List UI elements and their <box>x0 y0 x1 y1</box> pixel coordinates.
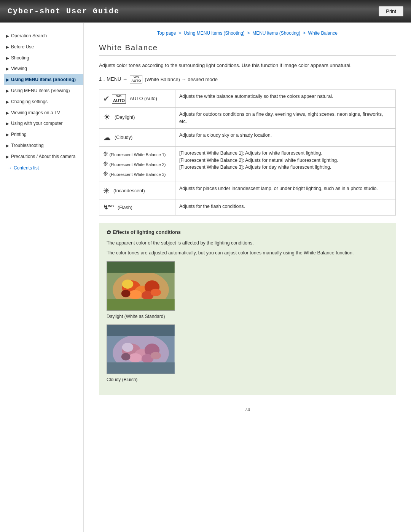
wb-cell-desc-0: Adjusts the white balance automatically … <box>175 90 396 108</box>
sidebar-item-8[interactable]: ▶Using with your computer <box>4 118 83 129</box>
wb-check-icon: ✔ <box>103 93 110 104</box>
wb-row-label-5: (Flash) <box>118 204 132 211</box>
note-box: ✿ Effects of lighting conditions The app… <box>99 223 396 395</box>
sidebar: ▶Operation Search▶Before Use▶Shooting▶Vi… <box>0 23 84 532</box>
wb-flash-icon: ↯WB <box>103 203 114 212</box>
wb-icon-cell-4: ✳ (Incandescent) <box>103 185 171 197</box>
table-row-3: ❊ (Fluorescent White Balance 1) ❊ (Fluor… <box>99 146 396 182</box>
sidebar-item-4[interactable]: ▶Using MENU items (Shooting) <box>4 74 83 85</box>
wb-fluor-icons: ❊ (Fluorescent White Balance 1) ❊ (Fluor… <box>103 150 166 179</box>
contents-list-label: Contents list <box>14 165 39 171</box>
fluor-icon-2: ❊ <box>103 161 108 167</box>
note-icon: ✿ <box>107 229 111 235</box>
breadcrumb-step1[interactable]: Using MENU items (Shooting) <box>184 30 245 36</box>
breadcrumb-step2[interactable]: MENU items (Shooting) <box>252 30 300 36</box>
sidebar-label-9: Printing <box>11 131 27 138</box>
svg-point-21 <box>151 352 161 359</box>
page-number: 74 <box>99 407 396 412</box>
wb-icon-cell-0: ✔ WBAUTO AUTO (Auto) <box>103 93 171 104</box>
wb-icon-cell-2: ☁ (Cloudy) <box>103 132 171 143</box>
sidebar-arrow-11: ▶ <box>6 154 9 160</box>
sidebar-item-1[interactable]: ▶Before Use <box>4 42 83 53</box>
wb-icon-cell-1: ☀ (Daylight) <box>103 111 171 123</box>
sidebar-arrow-0: ▶ <box>6 34 9 39</box>
svg-rect-11 <box>107 299 174 310</box>
fluor-icon-1: ❊ <box>103 151 108 157</box>
svg-point-19 <box>121 353 131 361</box>
wb-cell-icon-1: ☀ (Daylight) <box>99 108 175 129</box>
breadcrumb-top[interactable]: Top page <box>157 30 176 36</box>
sidebar-item-9[interactable]: ▶Printing <box>4 129 83 140</box>
wb-row-label-4: (Incandescent) <box>113 187 145 195</box>
sidebar-arrow-9: ▶ <box>6 132 9 137</box>
sidebar-item-2[interactable]: ▶Shooting <box>4 53 83 64</box>
step-text: 1．MENU → <box>99 76 127 83</box>
svg-rect-22 <box>107 325 174 336</box>
sidebar-label-6: Changing settings <box>11 99 48 105</box>
wb-auto-label: WBAUTO <box>112 94 126 104</box>
breadcrumb-step3[interactable]: White Balance <box>308 30 338 36</box>
sidebar-label-3: Viewing <box>11 66 27 72</box>
wb-cell-icon-5: ↯WB (Flash) <box>99 200 175 215</box>
contents-list-link[interactable]: →Contents list <box>4 162 83 174</box>
sidebar-item-7[interactable]: ▶Viewing images on a TV <box>4 107 83 118</box>
sidebar-label-11: Precautions / About this camera <box>11 153 75 160</box>
sidebar-arrow-6: ▶ <box>6 99 9 105</box>
wb-incandescent-icon: ✳ <box>103 185 110 197</box>
sidebar-label-4: Using MENU items (Shooting) <box>11 77 76 83</box>
sidebar-arrow-2: ▶ <box>6 56 9 61</box>
note-text-2: The color tones are adjusted automatical… <box>107 249 388 257</box>
sidebar-arrow-10: ▶ <box>6 143 9 149</box>
main-layout: ▶Operation Search▶Before Use▶Shooting▶Vi… <box>0 23 411 532</box>
sidebar-item-3[interactable]: ▶Viewing <box>4 63 83 74</box>
wb-icon-cell-3: ❊ (Fluorescent White Balance 1) ❊ (Fluor… <box>103 150 171 179</box>
sidebar-label-7: Viewing images on a TV <box>11 110 60 116</box>
sidebar-label-10: Troubleshooting <box>11 142 44 149</box>
page-title: White Balance <box>99 43 396 56</box>
print-button[interactable]: Print <box>379 6 403 16</box>
contents-arrow-icon: → <box>8 165 12 171</box>
wb-cell-icon-3: ❊ (Fluorescent White Balance 1) ❊ (Fluor… <box>99 146 175 182</box>
fluor-icon-3: ❊ <box>103 171 108 177</box>
app-title: Cyber-shot User Guide <box>8 7 119 16</box>
sidebar-item-11[interactable]: ▶Precautions / About this camera <box>4 151 83 162</box>
wb-cell-desc-4: Adjusts for places under incandescent la… <box>175 182 396 200</box>
fluor-label-3: (Fluorescent White Balance 3) <box>109 172 166 177</box>
wb-cell-desc-2: Adjusts for a cloudy sky or a shady loca… <box>175 128 396 146</box>
sidebar-item-5[interactable]: ▶Using MENU items (Viewing) <box>4 85 83 96</box>
description: Adjusts color tones according to the sur… <box>99 62 396 70</box>
wb-cell-desc-5: Adjusts for the flash conditions. <box>175 200 396 215</box>
sidebar-item-6[interactable]: ▶Changing settings <box>4 96 83 107</box>
sidebar-arrow-7: ▶ <box>6 110 9 116</box>
table-row-1: ☀ (Daylight) Adjusts for outdoors condit… <box>99 108 396 129</box>
header: Cyber-shot User Guide Print <box>0 0 411 23</box>
sidebar-item-10[interactable]: ▶Troubleshooting <box>4 140 83 151</box>
svg-point-17 <box>129 353 142 363</box>
sidebar-label-0: Operation Search <box>11 33 47 39</box>
sidebar-arrow-5: ▶ <box>6 88 9 94</box>
note-text-1: The apparent color of the subject is aff… <box>107 239 388 247</box>
wb-cloud-icon: ☁ <box>103 132 111 143</box>
svg-point-5 <box>129 290 142 299</box>
step-instruction: 1．MENU → WB AUTO (White Balance) → desir… <box>99 75 396 84</box>
fluor-label-2: (Fluorescent White Balance 2) <box>109 162 166 167</box>
note-title: ✿ Effects of lighting conditions <box>107 229 388 235</box>
breadcrumb: Top page > Using MENU items (Shooting) >… <box>99 30 396 36</box>
table-row-2: ☁ (Cloudy) Adjusts for a cloudy sky or a… <box>99 128 396 146</box>
svg-point-8 <box>122 280 134 289</box>
table-row-5: ↯WB (Flash) Adjusts for the flash condit… <box>99 200 396 215</box>
food-image-cloudy <box>107 324 175 374</box>
wb-row-label-1: (Daylight) <box>115 114 135 121</box>
sidebar-arrow-4: ▶ <box>6 77 9 83</box>
caption-cloudy: Cloudy (Bluish) <box>107 377 388 382</box>
svg-point-7 <box>121 290 131 297</box>
sidebar-item-0[interactable]: ▶Operation Search <box>4 30 83 42</box>
sidebar-label-5: Using MENU items (Viewing) <box>11 88 70 94</box>
wb-row-label-0: AUTO (Auto) <box>130 95 157 102</box>
svg-point-20 <box>122 343 134 352</box>
caption-daylight: Daylight (White as Standard) <box>107 314 388 319</box>
wb-row-label-2: (Cloudy) <box>115 134 132 141</box>
sidebar-arrow-1: ▶ <box>6 45 9 50</box>
wb-cell-icon-2: ☁ (Cloudy) <box>99 128 175 146</box>
sidebar-arrow-3: ▶ <box>6 66 9 72</box>
